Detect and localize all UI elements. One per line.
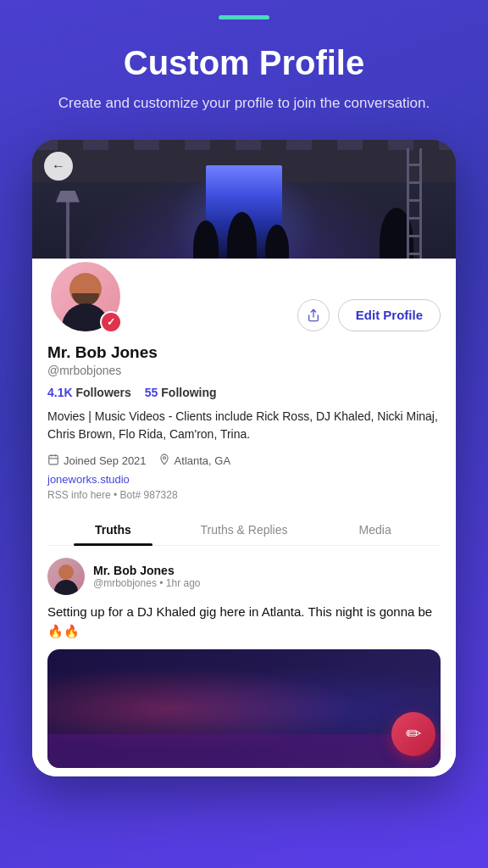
post-avatar bbox=[47, 558, 85, 595]
top-accent-bar bbox=[219, 15, 269, 19]
svg-point-5 bbox=[163, 456, 165, 459]
post-avatar-person bbox=[53, 565, 79, 595]
location-text: Atlanta, GA bbox=[175, 454, 230, 467]
followers-label: Followers bbox=[75, 386, 130, 399]
location-meta: Atlanta, GA bbox=[158, 453, 230, 468]
stage-truss bbox=[32, 140, 456, 150]
post-image-stage-lights bbox=[47, 734, 441, 768]
post-avatar-head bbox=[58, 565, 74, 580]
post-text: Setting up for a DJ Khaled gig here in A… bbox=[47, 602, 441, 642]
tab-truths[interactable]: Truths bbox=[47, 513, 179, 545]
compose-icon: ✏ bbox=[406, 723, 421, 745]
avatar-head bbox=[69, 273, 102, 305]
compose-fab-button[interactable]: ✏ bbox=[391, 712, 435, 756]
avatar-wrap: ✓ bbox=[47, 259, 124, 335]
back-icon: ← bbox=[52, 159, 65, 174]
hero-title: Custom Profile bbox=[58, 43, 430, 82]
location-icon bbox=[158, 453, 170, 468]
light-stand bbox=[66, 199, 69, 267]
svg-rect-1 bbox=[49, 455, 58, 465]
joined-text: Joined Sep 2021 bbox=[64, 454, 147, 467]
rss-info: RSS info here • Bot# 987328 bbox=[47, 489, 441, 501]
followers-stat[interactable]: 4.1K Followers bbox=[47, 386, 131, 399]
joined-meta: Joined Sep 2021 bbox=[47, 453, 147, 468]
post-author-name: Mr. Bob Jones bbox=[93, 564, 200, 577]
tabs-row: Truths Truths & Replies Media bbox=[47, 513, 441, 546]
profile-handle: @mrbobjones bbox=[47, 364, 441, 377]
phone-card-wrapper: ← ✓ bbox=[32, 140, 456, 777]
back-button[interactable]: ← bbox=[44, 152, 73, 181]
verified-badge: ✓ bbox=[100, 311, 122, 333]
phone-card: ← ✓ bbox=[32, 140, 456, 777]
hero-subtitle: Create and customize your profile to joi… bbox=[58, 92, 430, 114]
profile-name: Mr. Bob Jones bbox=[47, 343, 441, 362]
post-meta: Mr. Bob Jones @mrbobjones • 1hr ago bbox=[93, 564, 200, 589]
post-separator: • bbox=[159, 577, 163, 589]
profile-actions: Edit Profile bbox=[297, 299, 441, 335]
profile-section: ✓ Edit Profile Mr. Bob Jones @mrbobjones bbox=[32, 259, 456, 546]
profile-top-row: ✓ Edit Profile bbox=[47, 259, 441, 335]
hero-section: Custom Profile Create and customize your… bbox=[33, 43, 455, 140]
share-button[interactable] bbox=[297, 299, 330, 331]
following-count: 55 bbox=[145, 386, 158, 399]
follow-stats: 4.1K Followers 55 Following bbox=[47, 386, 441, 399]
tab-media[interactable]: Media bbox=[309, 513, 441, 545]
post-avatar-body bbox=[54, 580, 78, 595]
calendar-icon bbox=[47, 453, 59, 468]
meta-row: Joined Sep 2021 Atlanta, GA bbox=[47, 453, 441, 468]
following-stat[interactable]: 55 Following bbox=[145, 386, 217, 399]
tab-truths-replies[interactable]: Truths & Replies bbox=[179, 513, 310, 545]
edit-profile-button[interactable]: Edit Profile bbox=[338, 299, 441, 331]
bio-text: Movies | Music Videos - Clients include … bbox=[47, 408, 441, 443]
post-image bbox=[47, 649, 441, 768]
post-header: Mr. Bob Jones @mrbobjones • 1hr ago bbox=[47, 558, 441, 595]
post-submeta: @mrbobjones • 1hr ago bbox=[93, 577, 200, 589]
profile-link[interactable]: joneworks.studio bbox=[47, 473, 441, 486]
following-label: Following bbox=[161, 386, 216, 399]
followers-count: 4.1K bbox=[47, 386, 73, 399]
ladder bbox=[407, 148, 422, 259]
